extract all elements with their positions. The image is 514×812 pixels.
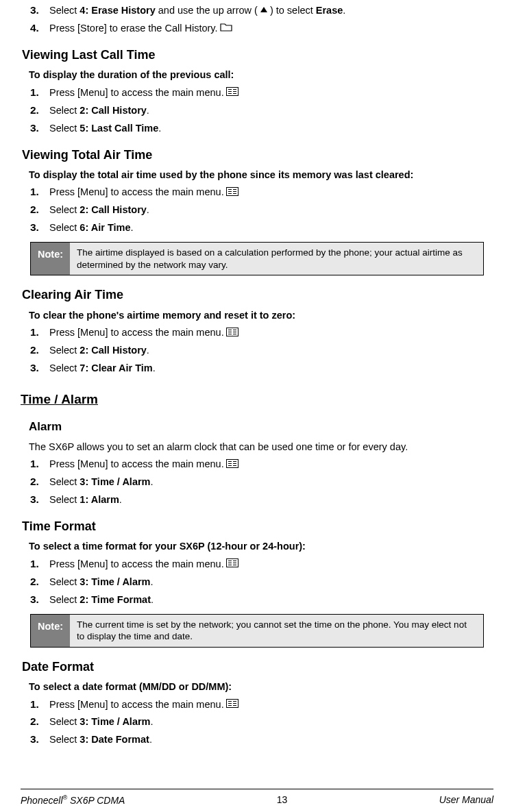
step-number: 3. (30, 361, 49, 376)
step-number: 1. (30, 325, 49, 340)
step-list: 1.Press [Menu] to access the main menu.2… (21, 325, 493, 376)
section-heading: Date Format (21, 659, 493, 675)
menu-icon (226, 86, 238, 100)
step-text: Press [Menu] to access the main menu. (49, 186, 493, 199)
section-heading: Viewing Last Call Time (21, 47, 493, 63)
step-list: 1.Press [Menu] to access the main menu.2… (21, 86, 493, 136)
page-footer: Phonecell® SX6P CDMA 13 User Manual (21, 789, 493, 807)
step-text: Select 3: Date Format. (49, 733, 493, 747)
intro-text: To select a date format (MM/DD or DD/MM)… (21, 680, 493, 694)
page: 3.Select 4: Erase History and use the up… (0, 3, 514, 812)
step-number: 3. (30, 3, 49, 18)
step-text: Select 2: Time Format. (49, 593, 493, 607)
paragraph: The SX6P allows you to set an alarm cloc… (21, 441, 493, 454)
intro-text: To select a time format for your SX6P (1… (21, 540, 493, 554)
step-number: 2. (30, 203, 49, 217)
step-item: 1.Press [Menu] to access the main menu. (30, 557, 493, 571)
page-number: 13 (277, 793, 288, 807)
menu-icon (226, 327, 238, 341)
section-heading: Viewing Total Air Time (21, 147, 493, 163)
step-list: 1.Press [Menu] to access the main menu.2… (21, 557, 493, 607)
step-number: 4. (30, 21, 49, 36)
step-item: 1.Press [Menu] to access the main menu. (30, 86, 493, 100)
folder-icon (220, 22, 232, 36)
step-list: 3.Select 4: Erase History and use the up… (21, 3, 493, 36)
menu-icon (226, 186, 238, 200)
footer-right: User Manual (439, 793, 493, 807)
step-text: Select 3: Time / Alarm. (49, 476, 493, 489)
step-text: Select 3: Time / Alarm. (49, 576, 493, 589)
step-text: Press [Menu] to access the main menu. (49, 86, 493, 100)
footer-product-name: Phonecell (21, 795, 63, 806)
step-number: 2. (30, 575, 49, 589)
step-item: 3.Select 1: Alarm. (30, 493, 493, 507)
step-text: Press [Menu] to access the main menu. (49, 558, 493, 571)
section-heading: Clearing Air Time (21, 286, 493, 303)
step-item: 2.Select 3: Time / Alarm. (30, 715, 493, 729)
step-list: 1.Press [Menu] to access the main menu.2… (21, 185, 493, 235)
step-item: 1.Press [Menu] to access the main menu. (30, 325, 493, 340)
step-item: 3.Select 3: Date Format. (30, 733, 493, 747)
step-text: Select 6: Air Time. (49, 221, 493, 235)
step-number: 3. (30, 493, 49, 507)
footer-model: SX6P CDMA (67, 795, 125, 806)
step-number: 3. (30, 121, 49, 136)
up-arrow-icon (260, 4, 268, 18)
menu-icon (226, 698, 238, 712)
note-label: Note: (31, 243, 70, 275)
note-box: Note:The airtime displayed is based on a… (30, 242, 484, 275)
step-item: 2.Select 3: Time / Alarm. (30, 575, 493, 589)
step-item: 3.Select 2: Time Format. (30, 593, 493, 607)
step-item: 3.Select 5: Last Call Time. (30, 121, 493, 136)
step-text: Press [Store] to erase the Call History. (49, 22, 493, 36)
step-text: Press [Menu] to access the main menu. (49, 698, 493, 712)
footer-left: Phonecell® SX6P CDMA (21, 793, 125, 807)
step-number: 3. (30, 593, 49, 607)
note-label: Note: (31, 615, 70, 647)
step-item: 1.Press [Menu] to access the main menu. (30, 185, 493, 199)
svg-marker-0 (260, 7, 267, 12)
note-body: The current time is set by the network; … (70, 615, 483, 647)
step-text: Select 4: Erase History and use the up a… (49, 4, 493, 18)
step-text: Select 3: Time / Alarm. (49, 715, 493, 729)
step-number: 1. (30, 457, 49, 471)
step-number: 2. (30, 475, 49, 489)
step-text: Select 2: Call History. (49, 344, 493, 358)
step-text: Select 2: Call History. (49, 104, 493, 118)
step-item: 3.Select 6: Air Time. (30, 221, 493, 235)
step-item: 3.Select 4: Erase History and use the up… (30, 3, 493, 18)
section-heading: Alarm (21, 419, 493, 435)
step-text: Press [Menu] to access the main menu. (49, 326, 493, 340)
step-item: 2.Select 2: Call History. (30, 203, 493, 217)
step-number: 1. (30, 557, 49, 571)
step-item: 2.Select 2: Call History. (30, 343, 493, 358)
section-heading-major: Time / Alarm (21, 391, 493, 408)
intro-text: To display the duration of the previous … (21, 69, 493, 82)
note-box: Note:The current time is set by the netw… (30, 614, 484, 648)
section-heading: Time Format (21, 518, 493, 534)
step-item: 1.Press [Menu] to access the main menu. (30, 457, 493, 471)
intro-text: To clear the phone's airtime memory and … (21, 309, 493, 323)
step-text: Press [Menu] to access the main menu. (49, 458, 493, 471)
intro-text: To display the total air time used by th… (21, 169, 493, 182)
step-number: 3. (30, 221, 49, 235)
step-number: 2. (30, 343, 49, 358)
step-text: Select 2: Call History. (49, 204, 493, 217)
step-item: 4.Press [Store] to erase the Call Histor… (30, 21, 493, 36)
step-number: 2. (30, 715, 49, 729)
step-text: Select 7: Clear Air Tim. (49, 362, 493, 376)
step-item: 1.Press [Menu] to access the main menu. (30, 698, 493, 712)
step-number: 2. (30, 103, 49, 118)
step-number: 1. (30, 185, 49, 199)
step-item: 2.Select 2: Call History. (30, 103, 493, 118)
note-body: The airtime displayed is based on a calc… (70, 243, 483, 275)
step-number: 3. (30, 733, 49, 747)
step-text: Select 1: Alarm. (49, 493, 493, 507)
step-item: 3.Select 7: Clear Air Tim. (30, 361, 493, 376)
step-list: 1.Press [Menu] to access the main menu.2… (21, 698, 493, 748)
step-number: 1. (30, 86, 49, 100)
menu-icon (226, 558, 238, 571)
page-content: 3.Select 4: Erase History and use the up… (21, 3, 493, 790)
step-number: 1. (30, 698, 49, 712)
menu-icon (226, 458, 238, 472)
